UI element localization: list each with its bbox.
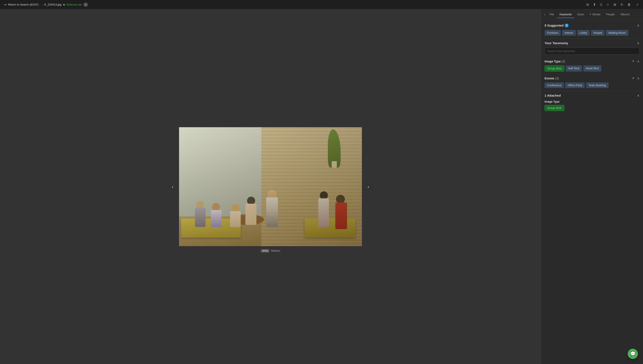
panel-content: 5 Suggested ? ∧ Furniture Interior Lobby [541,20,643,364]
format-badge: JPEG [261,249,269,252]
tag-head-shot[interactable]: Head Shot [583,66,601,72]
image-type-actions: + ∧ [631,59,639,64]
attached-title: 1 Attached [545,94,561,97]
tag-people[interactable]: People [591,30,604,36]
refresh-icon: ↻ [620,2,623,6]
size-label: Medium [271,249,280,252]
copy-icon: ⧉ [586,3,589,6]
tag-interior[interactable]: Interior [562,30,576,36]
return-to-search-button[interactable]: ↩ Return to Search (6/237) [3,2,40,7]
crop-button[interactable]: ⊹ [605,1,611,8]
tag-office-party[interactable]: Office Party [565,82,585,88]
image-type-count: (3) [562,60,565,63]
tab-keywords[interactable]: Keywords [557,11,574,18]
upload-button[interactable]: ⬆ [591,1,597,8]
image-container: ‹ [179,127,362,246]
tag-conference[interactable]: Conference [545,82,564,88]
tag-team-building[interactable]: Team Building [586,82,608,88]
events-section: Events (3) + ∧ Conference Office Party [545,74,639,88]
tab-file[interactable]: File [547,11,556,18]
expand-icon: ⤢ [636,2,639,6]
return-icon: ↩ [4,3,7,6]
events-collapse-button[interactable]: ∧ [637,76,639,80]
taxonomy-title: Your Taxonomy [545,41,568,45]
tab-sizes[interactable]: Sizes [574,11,586,18]
delete-icon: 🗑 [627,3,631,6]
external-use-label: External use [67,3,82,6]
duplicate-button[interactable]: ⊞ [612,1,618,8]
tab-scroll-left[interactable]: ‹ [543,12,546,18]
tab-people[interactable]: People [604,11,617,18]
attached-section: 1 Attached ∧ Image Type Group Shot [545,91,639,111]
image-type-collapse-button[interactable]: ∧ [637,59,639,63]
crop-icon: ⊹ [606,2,609,6]
upload-icon: ⬆ [593,2,596,6]
print-icon: ⎙ [600,3,602,6]
image-type-add-button[interactable]: + [631,59,635,64]
events-add-button[interactable]: + [631,76,635,81]
check-icon: ✓ [84,2,88,7]
delete-button[interactable]: 🗑 [626,2,632,8]
copy-button[interactable]: ⧉ [585,2,590,8]
next-arrow-button[interactable]: › [364,182,372,191]
attached-image-type-label: Image Type [545,100,639,103]
suggested-tags: Furniture Interior Lobby People Waiting … [545,30,639,36]
main-image [179,127,362,246]
main-layout: ‹ [0,9,643,364]
image-type-title: Image Type (3) [545,60,565,63]
suggested-title: 5 Suggested ? [545,24,569,28]
image-overlay [179,127,362,246]
next-icon: › [368,184,369,189]
image-type-section: Image Type (3) + ∧ Group Shot Half Shot [545,57,639,72]
tabs-bar: ‹ File Keywords Sizes ✦ Similar People A… [541,9,643,20]
suggested-info-icon[interactable]: ? [565,24,569,28]
events-count: (3) [555,77,559,80]
status-dot [63,4,65,6]
toolbar: ↩ Return to Search (6/237) | E_220413.jp… [0,0,643,9]
tab-similar[interactable]: ✦ Similar [587,11,603,18]
taxonomy-search-input[interactable] [545,48,639,54]
taxonomy-collapse-button[interactable]: ∧ [637,41,639,45]
duplicate-icon: ⊞ [613,2,616,6]
similar-icon: ✦ [589,13,591,16]
filename-label: E_220413.jpg [44,3,61,6]
tag-group-shot-attached[interactable]: Group Shot [545,105,564,111]
tab-albums[interactable]: Albums [618,11,632,18]
events-header[interactable]: Events (3) + ∧ [545,74,639,82]
tag-group-shot[interactable]: Group Shot [545,66,564,72]
toolbar-left: ↩ Return to Search (6/237) | E_220413.jp… [3,2,583,7]
events-actions: + ∧ [631,76,639,81]
image-type-tags: Group Shot Half Shot Head Shot [545,66,639,72]
image-area: ‹ [0,9,541,364]
attached-header: 1 Attached ∧ [545,94,639,98]
image-type-header[interactable]: Image Type (3) + ∧ [545,57,639,66]
divider-1 [545,38,639,38]
suggested-collapse-button[interactable]: ∧ [637,23,639,28]
toolbar-right: ⤢ [634,1,640,8]
suggested-section-header: 5 Suggested ? ∧ [545,23,639,28]
tag-lobby[interactable]: Lobby [577,30,590,36]
attached-image-type-label-wrapper: Image Type Group Shot [545,100,639,111]
prev-arrow-button[interactable]: ‹ [168,182,177,191]
chat-icon: 💬 [630,351,636,356]
prev-icon: ‹ [172,184,173,189]
events-title: Events (3) [545,77,559,80]
chat-fab-button[interactable]: 💬 [628,349,638,359]
expand-button[interactable]: ⤢ [634,1,640,8]
right-panel: ‹ File Keywords Sizes ✦ Similar People A… [541,9,643,364]
image-badge: JPEG Medium [261,249,280,252]
taxonomy-section-header: Your Taxonomy ∧ [545,41,639,45]
refresh-button[interactable]: ↻ [619,1,625,8]
tag-furniture[interactable]: Furniture [545,30,561,36]
events-tags: Conference Office Party Team Building [545,82,639,88]
tag-half-shot[interactable]: Half Shot [566,66,582,72]
return-label: Return to Search (6/237) [8,3,39,6]
attached-collapse-button[interactable]: ∧ [637,94,639,98]
print-button[interactable]: ⎙ [598,2,604,8]
attached-tags: Group Shot [545,105,639,111]
tag-waiting-room[interactable]: Waiting Room [606,30,628,36]
toolbar-center: ⧉ ⬆ ⎙ ⊹ ⊞ ↻ 🗑 [585,1,632,8]
